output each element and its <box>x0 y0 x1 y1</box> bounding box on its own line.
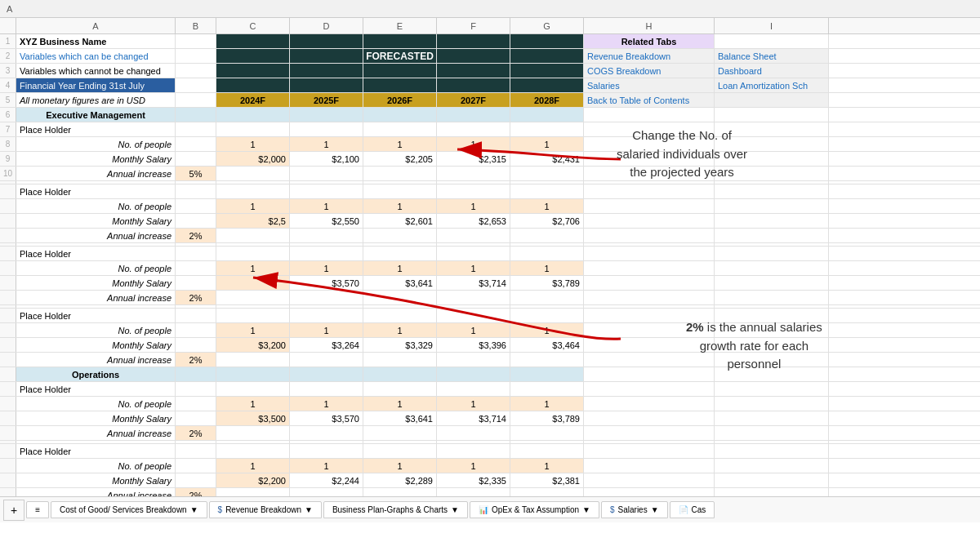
currency-label: All monetary figures are in USD <box>16 93 176 107</box>
row-exec-ph4-increase: Annual increase 2% <box>0 353 980 367</box>
row-exec-ph3-people: No. of people 1 1 1 1 1 <box>0 261 980 276</box>
exec-ph1-salary-2028: $2,431 <box>510 152 584 166</box>
forecasted-label: FORECASTED <box>363 49 437 63</box>
exec-ph1-people-2024[interactable]: 1 <box>216 137 290 151</box>
row-ops-ph1-name: Place Holder <box>0 382 980 397</box>
link-revenue-breakdown[interactable]: Revenue Breakdown <box>587 51 670 61</box>
exec-ph1-increase-val[interactable]: 5% <box>176 167 216 180</box>
exec-ph1-people-2028[interactable]: 1 <box>510 137 584 151</box>
col-header-g: G <box>510 18 584 33</box>
link-loan-amortization[interactable]: Loan Amortization Sch <box>718 81 808 91</box>
row-exec-ph3-salary: Monthly Salary $3,570 $3,641 $3,714 $3,7… <box>0 276 980 291</box>
exec-ph1-salary-2027: $2,315 <box>437 152 510 166</box>
year-2027f: 2027F <box>437 93 510 107</box>
row-exec-ph2-salary: Monthly Salary $2,5 $2,550 $2,601 $2,653… <box>0 214 980 229</box>
tab-cash-icon: 📄 <box>679 505 688 514</box>
tab-opex[interactable]: 📊 OpEx & Tax Assumption ▼ <box>470 501 599 518</box>
col-header-c: C <box>216 18 290 33</box>
exec-ph1-people-label: No. of people <box>16 137 176 151</box>
company-name: XYZ Business Name <box>16 34 176 48</box>
tab-opex-label: OpEx & Tax Assumption <box>492 505 579 514</box>
row-exec-ph4-people: No. of people 1 1 1 1 1 <box>0 323 980 338</box>
row-var-changeable: 2 Variables which can be changed FORECAS… <box>0 49 980 64</box>
ops-ph2-name: Place Holder <box>16 444 176 458</box>
col-header-e: E <box>363 18 437 33</box>
row-ops-ph1-increase: Annual increase 2% <box>0 426 980 441</box>
tab-lines[interactable]: ≡ <box>26 501 49 518</box>
col-header-d: D <box>290 18 363 33</box>
row-exec-ph4-name: Place Holder <box>0 309 980 323</box>
tab-graphs-label: Business Plan-Graphs & Charts <box>332 505 448 514</box>
topbar: A <box>0 0 980 18</box>
related-tabs-header: Related Tabs <box>584 34 715 48</box>
year-2025f: 2025F <box>290 93 363 107</box>
operations-label: Operations <box>16 367 176 381</box>
exec-mgmt-label: Executive Management <box>16 108 176 122</box>
annotation-arrow2-text: 2% is the annual salariesgrowth rate for… <box>686 318 822 374</box>
tab-opex-icon: 📊 <box>479 505 488 514</box>
tab-salaries-icon: $ <box>610 505 615 514</box>
tab-opex-dropdown-icon: ▼ <box>582 505 590 514</box>
ops-ph1-name: Place Holder <box>16 382 176 396</box>
tab-cost-dropdown-icon: ▼ <box>190 505 198 514</box>
tab-graphs-dropdown-icon: ▼ <box>451 505 459 514</box>
var-not-changeable-label: Variables which cannot be changed <box>16 64 176 78</box>
tab-cost-breakdown[interactable]: Cost of Good/ Services Breakdown ▼ <box>51 501 207 518</box>
tab-graphs[interactable]: Business Plan-Graphs & Charts ▼ <box>323 501 468 518</box>
tab-salaries[interactable]: $ Salaries ▼ <box>601 501 668 518</box>
row-exec-ph2-people: No. of people 1 1 1 1 1 <box>0 199 980 214</box>
link-table-contents[interactable]: Back to Table of Contents <box>587 96 689 105</box>
exec-ph1-people-2026[interactable]: 1 <box>363 137 437 151</box>
exec-ph1-people-2027[interactable]: 1 <box>437 137 510 151</box>
cell-reference: A <box>7 4 12 14</box>
row-ops-ph2-salary: Monthly Salary $2,200 $2,244 $2,289 $2,3… <box>0 473 980 488</box>
exec-ph1-people-2025[interactable]: 1 <box>290 137 363 151</box>
tab-lines-icon: ≡ <box>35 505 40 514</box>
exec-ph1-increase-label: Annual increase <box>16 167 176 180</box>
exec-ph1-salary-2025: $2,100 <box>290 152 363 166</box>
tab-cash[interactable]: 📄 Cas <box>670 501 715 518</box>
tab-revenue-icon: $ <box>218 505 223 514</box>
row-exec-ph3-name: Place Holder <box>0 247 980 261</box>
exec-ph1-name: Place Holder <box>16 122 176 136</box>
row-exec-ph2-increase: Annual increase 2% <box>0 229 980 243</box>
row-ops-ph2-name: Place Holder <box>0 444 980 459</box>
exec-ph1-salary-label: Monthly Salary <box>16 152 176 166</box>
col-header-i: I <box>715 18 829 33</box>
add-sheet-button[interactable]: + <box>3 500 24 521</box>
exec-ph4-name: Place Holder <box>16 309 176 322</box>
tab-revenue-breakdown[interactable]: $ Revenue Breakdown ▼ <box>209 501 322 518</box>
row-var-not-changeable: 3 Variables which cannot be changed COGS… <box>0 64 980 78</box>
row-exec-ph1-salary: 9 Monthly Salary $2,000 $2,100 $2,205 $2… <box>0 152 980 167</box>
tab-cash-label: Cas <box>692 505 706 514</box>
row-ops-ph2-increase: Annual increase 2% <box>0 488 980 496</box>
col-header-b: B <box>176 18 216 33</box>
bottom-tabs: + ≡ Cost of Good/ Services Breakdown ▼ $… <box>0 496 980 522</box>
fin-year-label: Financial Year Ending 31st July <box>16 78 176 92</box>
row-exec-ph1-name: 7 Place Holder <box>0 122 980 137</box>
tab-salaries-dropdown-icon: ▼ <box>651 505 659 514</box>
row-exec-ph1-people: 8 No. of people 1 1 1 1 1 <box>0 137 980 152</box>
row-exec-mgmt-header: 6 Executive Management <box>0 108 980 122</box>
row-fin-year: 4 Financial Year Ending 31st July Salari… <box>0 78 980 93</box>
tab-salaries-label: Salaries <box>618 505 648 514</box>
year-2026f: 2026F <box>363 93 437 107</box>
spreadsheet-grid: 1 XYZ Business Name Related Tabs 2 Varia… <box>0 34 980 496</box>
link-cogs-breakdown[interactable]: COGS Breakdown <box>587 66 661 76</box>
exec-ph1-salary-2024[interactable]: $2,000 <box>216 152 290 166</box>
row-ops-ph2-people: No. of people 1 1 1 1 1 <box>0 459 980 473</box>
row-ops-ph1-salary: Monthly Salary $3,500 $3,570 $3,641 $3,7… <box>0 411 980 426</box>
link-dashboard[interactable]: Dashboard <box>718 66 762 76</box>
row-company-name: 1 XYZ Business Name Related Tabs <box>0 34 980 49</box>
link-balance-sheet[interactable]: Balance Sheet <box>718 51 777 61</box>
row-exec-ph1-increase: 10 Annual increase 5% <box>0 167 980 181</box>
col-header-f: F <box>437 18 510 33</box>
col-header-h: H <box>584 18 715 33</box>
exec-ph1-salary-2026: $2,205 <box>363 152 437 166</box>
row-exec-ph4-salary: Monthly Salary $3,200 $3,264 $3,329 $3,3… <box>0 338 980 353</box>
exec-ph3-name: Place Holder <box>16 247 176 260</box>
link-salaries[interactable]: Salaries <box>587 81 620 91</box>
col-header-a: A <box>16 18 176 33</box>
tab-cost-breakdown-label: Cost of Good/ Services Breakdown <box>60 505 187 514</box>
year-2024f: 2024F <box>216 93 290 107</box>
